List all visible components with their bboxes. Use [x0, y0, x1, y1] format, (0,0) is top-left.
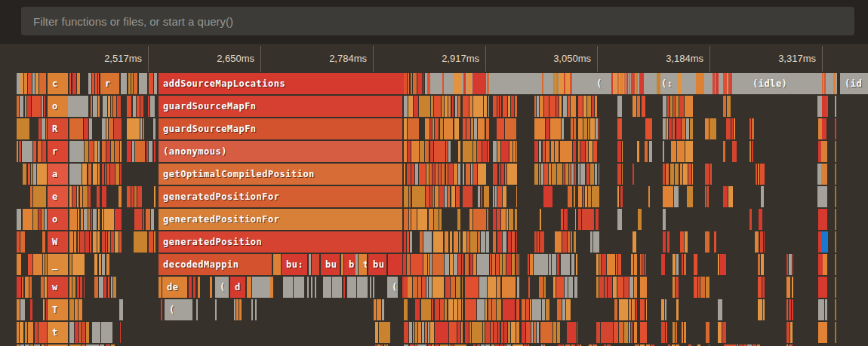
- flame-bar[interactable]: getOptimalCompiledPosition: [159, 164, 402, 185]
- stripe-bar[interactable]: [599, 164, 599, 185]
- stripe-bar[interactable]: [516, 186, 517, 207]
- stripe-bar[interactable]: [557, 164, 562, 185]
- stripe-bar[interactable]: [42, 118, 45, 139]
- stripe-bar[interactable]: [143, 209, 144, 230]
- stripe-bar[interactable]: [432, 164, 435, 185]
- stripe-bar[interactable]: [617, 164, 621, 185]
- stripe-bar[interactable]: [835, 209, 836, 230]
- stripe-bar[interactable]: [77, 277, 79, 298]
- stripe-bar[interactable]: [488, 96, 489, 117]
- stripe-bar[interactable]: [555, 231, 562, 253]
- stripe-bar[interactable]: [705, 186, 706, 207]
- stripe-bar[interactable]: [728, 73, 732, 94]
- stripe-bar[interactable]: [456, 186, 460, 207]
- stripe-bar[interactable]: [315, 277, 316, 298]
- stripe-bar[interactable]: [553, 277, 556, 298]
- stripe-bar[interactable]: [583, 118, 587, 139]
- stripe-bar[interactable]: [411, 141, 419, 162]
- stripe-bar[interactable]: [435, 186, 439, 207]
- stripe-bar[interactable]: [415, 164, 418, 185]
- stripe-bar[interactable]: [530, 299, 531, 320]
- stripe-bar[interactable]: [23, 209, 32, 230]
- stripe-bar[interactable]: [596, 322, 600, 343]
- stripe-bar[interactable]: [432, 299, 433, 320]
- stripe-bar[interactable]: [497, 231, 502, 253]
- stripe-bar[interactable]: [835, 254, 836, 275]
- stripe-bar[interactable]: [577, 322, 577, 343]
- stripe-bar[interactable]: [511, 96, 514, 117]
- stripe-bar[interactable]: [821, 164, 827, 185]
- stripe-bar[interactable]: [80, 186, 82, 207]
- stripe-bar[interactable]: [435, 322, 448, 343]
- stripe-bar[interactable]: [463, 231, 466, 253]
- stripe-bar[interactable]: [423, 73, 423, 94]
- stripe-bar[interactable]: [786, 277, 790, 298]
- stripe-bar[interactable]: [676, 277, 679, 298]
- stripe-bar[interactable]: [685, 96, 693, 117]
- stripe-bar[interactable]: [102, 254, 105, 275]
- stripe-bar[interactable]: [497, 186, 502, 207]
- stripe-bar[interactable]: [522, 322, 525, 343]
- stripe-bar[interactable]: [593, 141, 597, 162]
- stripe-bar[interactable]: [718, 299, 722, 320]
- stripe-bar[interactable]: [84, 209, 88, 230]
- stripe-bar[interactable]: [833, 73, 836, 94]
- stripe-bar[interactable]: [685, 141, 693, 162]
- stripe-bar[interactable]: [564, 73, 565, 94]
- stripe-bar[interactable]: [482, 141, 487, 162]
- stripe-bar[interactable]: [473, 141, 476, 162]
- stripe-bar[interactable]: [645, 254, 646, 275]
- stripe-bar[interactable]: [818, 299, 824, 320]
- stripe-bar[interactable]: [108, 231, 110, 253]
- flame-bar[interactable]: o: [48, 96, 68, 117]
- stripe-bar[interactable]: [465, 299, 476, 320]
- stripe-bar[interactable]: [616, 254, 617, 275]
- stripe-bar[interactable]: [526, 299, 529, 320]
- stripe-bar[interactable]: [154, 186, 155, 207]
- stripe-bar[interactable]: [492, 254, 495, 275]
- stripe-bar[interactable]: [450, 231, 452, 253]
- stripe-bar[interactable]: [78, 299, 82, 320]
- stripe-bar[interactable]: [72, 73, 76, 94]
- stripe-bar[interactable]: [590, 118, 595, 139]
- stripe-bar[interactable]: [69, 118, 83, 139]
- stripe-bar[interactable]: [347, 277, 356, 298]
- stripe-bar[interactable]: [574, 164, 576, 185]
- stripe-bar[interactable]: [88, 73, 91, 94]
- stripe-bar[interactable]: [497, 118, 504, 139]
- stripe-bar[interactable]: [624, 322, 628, 343]
- stripe-bar[interactable]: [507, 164, 517, 185]
- stripe-bar[interactable]: [311, 277, 312, 298]
- stripe-bar[interactable]: [435, 118, 439, 139]
- stripe-bar[interactable]: [448, 299, 453, 320]
- stripe-bar[interactable]: [106, 254, 109, 275]
- stripe-bar[interactable]: [448, 141, 451, 162]
- stripe-bar[interactable]: [22, 141, 32, 162]
- stripe-bar[interactable]: [543, 186, 553, 207]
- flame-bar[interactable]: (: [165, 299, 192, 320]
- stripe-bar[interactable]: [497, 299, 501, 320]
- stripe-bar[interactable]: [574, 277, 577, 298]
- stripe-bar[interactable]: [20, 231, 25, 253]
- stripe-bar[interactable]: [522, 299, 525, 320]
- stripe-bar[interactable]: [465, 277, 479, 298]
- stripe-bar[interactable]: [28, 164, 30, 185]
- stripe-bar[interactable]: [471, 164, 472, 185]
- stripe-bar[interactable]: [93, 231, 97, 253]
- stripe-bar[interactable]: [69, 73, 71, 94]
- stripe-bar[interactable]: [540, 322, 553, 343]
- stripe-bar[interactable]: [542, 73, 543, 94]
- stripe-bar[interactable]: [692, 164, 693, 185]
- stripe-bar[interactable]: [474, 118, 477, 139]
- stripe-bar[interactable]: [189, 277, 192, 298]
- stripe-bar[interactable]: [25, 96, 26, 117]
- stripe-bar[interactable]: [493, 209, 496, 230]
- stripe-bar[interactable]: [574, 231, 576, 253]
- stripe-bar[interactable]: [636, 299, 637, 320]
- flame-bar[interactable]: (: [387, 277, 398, 298]
- flame-bar[interactable]: guardSourceMapFn: [159, 96, 402, 117]
- stripe-bar[interactable]: [722, 322, 726, 343]
- stripe-bar[interactable]: [562, 231, 567, 253]
- stripe-bar[interactable]: [433, 231, 443, 253]
- stripe-bar[interactable]: [673, 118, 675, 139]
